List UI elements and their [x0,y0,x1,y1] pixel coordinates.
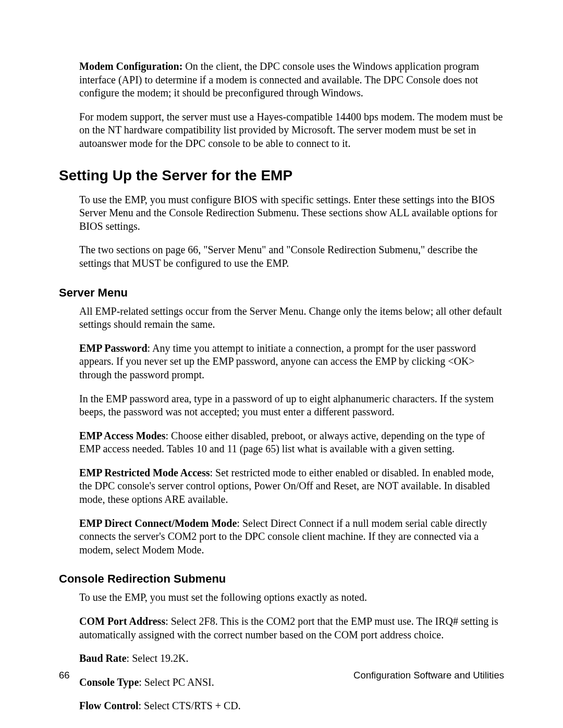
paragraph-configure-bios: To use the EMP, you must configure BIOS … [79,193,504,233]
paragraph-baud-rate: Baud Rate: Select 19.2K. [79,652,504,665]
label-emp-access-modes: EMP Access Modes [79,430,166,441]
paragraph-emp-restricted-mode: EMP Restricted Mode Access: Set restrict… [79,466,504,507]
paragraph-emp-password: EMP Password: Any time you attempt to in… [79,342,504,382]
heading-console-redirection: Console Redirection Submenu [59,572,504,586]
label-emp-password: EMP Password [79,342,148,354]
paragraph-flow-control: Flow Control: Select CTS/RTS + CD. [79,699,504,713]
label-modem-config: Modem Configuration: [79,60,182,72]
console-redirection-body: To use the EMP, you must set the followi… [79,591,504,713]
heading-setting-up-server-emp: Setting Up the Server for the EMP [59,167,504,184]
heading-server-menu: Server Menu [59,286,504,300]
paragraph-two-sections: The two sections on page 66, "Server Men… [79,243,504,270]
label-emp-direct: EMP Direct Connect/Modem Mode [79,517,237,529]
paragraph-emp-direct-connect: EMP Direct Connect/Modem Mode: Select Di… [79,517,504,557]
document-page: Modem Configuration: On the client, the … [0,0,563,728]
paragraph-modem-config: Modem Configuration: On the client, the … [79,60,504,100]
paragraph-sm-intro: All EMP-related settings occur from the … [79,305,504,331]
page-number: 66 [59,670,70,681]
footer-title: Configuration Software and Utilities [353,670,504,681]
paragraph-emp-password-area: In the EMP password area, type in a pass… [79,392,504,419]
paragraph-com-port: COM Port Address: Select 2F8. This is th… [79,615,504,641]
text-flow-control: : Select CTS/RTS + CD. [139,700,241,711]
paragraph-emp-access-modes: EMP Access Modes: Choose either disabled… [79,429,504,456]
paragraph-cr-intro: To use the EMP, you must set the followi… [79,591,504,604]
label-emp-restricted: EMP Restricted Mode Access [79,467,210,478]
paragraph-modem-support: For modem support, the server must use a… [79,110,504,151]
section-setting-up-body: To use the EMP, you must configure BIOS … [79,193,504,270]
page-footer: 66 Configuration Software and Utilities [59,670,504,681]
intro-block: Modem Configuration: On the client, the … [79,60,504,151]
label-flow-control: Flow Control [79,700,139,711]
label-baud-rate: Baud Rate [79,652,127,664]
server-menu-body: All EMP-related settings occur from the … [79,305,504,557]
label-com-port: COM Port Address [79,615,165,627]
text-baud-rate: : Select 19.2K. [127,652,189,664]
